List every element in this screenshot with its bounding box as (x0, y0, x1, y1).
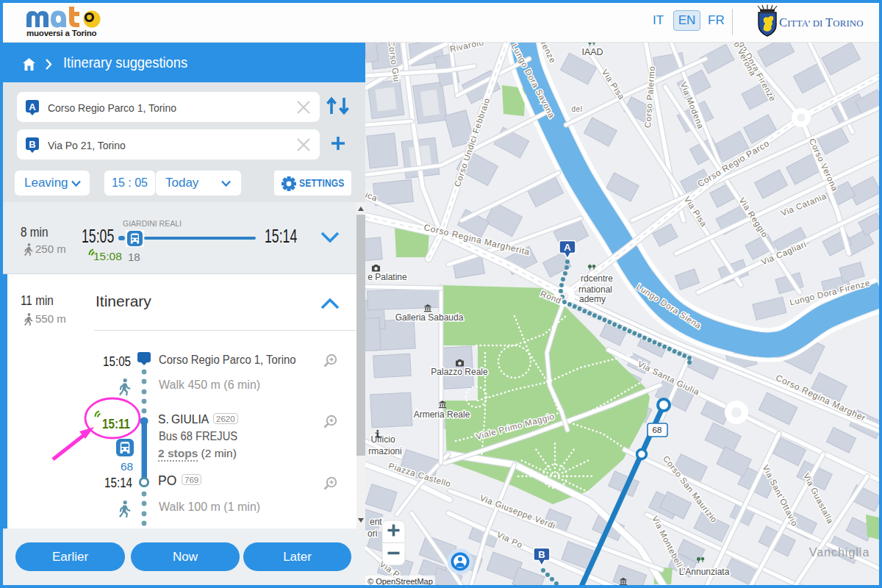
svg-text:rdcentre: rdcentre (581, 273, 613, 284)
svg-text:L’Annunziata: L’Annunziata (679, 567, 730, 577)
svg-text:rmazioni: rmazioni (368, 446, 401, 456)
svg-text:Ufficio: Ufficio (370, 434, 395, 445)
svg-text:muoversi a Torino: muoversi a Torino (26, 29, 97, 37)
svg-text:68: 68 (653, 426, 662, 434)
svg-text:Vanchiglia: Vanchiglia (809, 546, 870, 559)
svg-text:ori: ori (368, 528, 377, 539)
svg-text:© OpenStreetMap: © OpenStreetMap (368, 577, 433, 585)
svg-text:B: B (538, 549, 545, 560)
svg-text:Armeria Reale: Armeria Reale (414, 409, 470, 420)
svg-text:A: A (564, 242, 571, 253)
svg-text:del: del (571, 105, 582, 113)
svg-text:e Palatine: e Palatine (368, 272, 407, 282)
svg-text:Galleria Sabauda: Galleria Sabauda (395, 312, 464, 323)
svg-text:CITTA’ DI TORINO: CITTA’ DI TORINO (779, 15, 864, 29)
svg-text:ent: ent (370, 517, 382, 527)
svg-text:B: B (29, 139, 35, 150)
svg-text:rnational: rnational (578, 284, 612, 295)
svg-text:ademy: ademy (579, 294, 606, 304)
svg-text:IAAD: IAAD (581, 47, 603, 57)
svg-text:A: A (29, 101, 36, 112)
svg-text:Palazzo Reale: Palazzo Reale (431, 367, 488, 377)
